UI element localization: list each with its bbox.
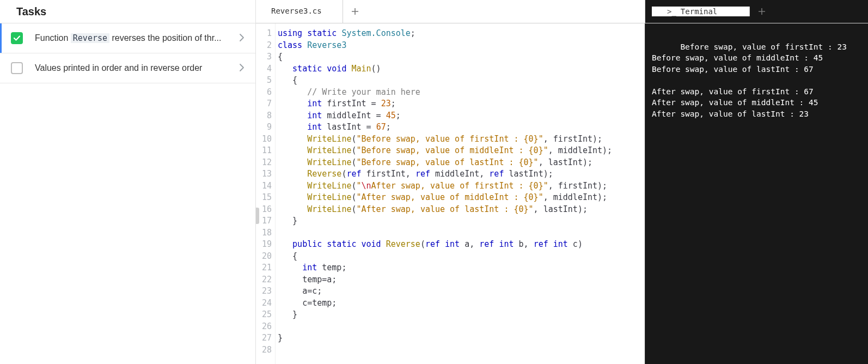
code-line: WriteLine("After swap, value of lastInt … [278,204,645,216]
code-line: Reverse(ref firstInt, ref middleInt, ref… [278,168,645,180]
checkbox-checked-icon[interactable] [11,32,23,44]
line-number: 24 [256,298,272,310]
code-line: int lastInt = 67; [278,122,645,134]
editor-tab-label: Reverse3.cs [271,5,322,17]
tasks-panel: Tasks Function Reverse reverses the posi… [0,0,256,364]
add-editor-tab-button[interactable] [343,0,367,23]
line-number: 11 [256,145,272,157]
line-number: 21 [256,262,272,274]
code-line: // Write your main here [278,87,645,99]
line-number: 15 [256,192,272,204]
line-number: 9 [256,122,272,134]
code-line: WriteLine("Before swap, value of middleI… [278,145,645,157]
code-line: { [278,251,645,263]
line-number: 7 [256,98,272,110]
line-number: 10 [256,134,272,145]
task-label: Function Reverse reverses the position o… [35,33,234,43]
tasks-list: Function Reverse reverses the position o… [0,23,255,83]
plus-icon [758,8,766,15]
task-label: Values printed in order and in reverse o… [35,63,234,73]
task-item[interactable]: Values printed in order and in reverse o… [0,53,255,83]
tasks-header: Tasks [0,0,255,23]
line-number: 14 [256,180,272,192]
tasks-title: Tasks [16,5,46,18]
line-number: 6 [256,87,272,99]
line-number: 4 [256,63,272,75]
line-number: 2 [256,40,272,52]
task-item[interactable]: Function Reverse reverses the position o… [0,23,255,53]
tab-strip: Reverse3.cs >_ Terminal [256,0,868,23]
line-number: 20 [256,251,272,263]
code-line: class Reverse3 [278,40,645,52]
resize-handle[interactable] [256,208,259,224]
add-terminal-tab-button[interactable] [750,7,774,16]
line-number-gutter: 1234567891011121314151617181920212223242… [256,23,276,364]
checkbox-unchecked-icon[interactable] [11,62,23,74]
code-line [278,227,645,239]
terminal-tab-label: Terminal [681,6,717,17]
code-line: } [278,332,645,344]
code-line: using static System.Console; [278,28,645,40]
code-line: } [278,215,645,227]
code-line: WriteLine("Before swap, value of lastInt… [278,157,645,169]
editor-tab[interactable]: Reverse3.cs [256,0,343,23]
line-number: 22 [256,274,272,286]
code-line: int firstInt = 23; [278,98,645,110]
code-line: public static void Reverse(ref int a, re… [278,239,645,251]
line-number: 8 [256,110,272,122]
chevron-right-icon [239,33,244,44]
code-line: WriteLine("After swap, value of middleIn… [278,192,645,204]
code-line: int temp; [278,262,645,274]
line-number: 3 [256,51,272,63]
line-number: 23 [256,286,272,298]
code-line: a=c; [278,286,645,298]
terminal-tab-group: >_ Terminal [645,0,868,23]
terminal-output[interactable]: Before swap, value of firstInt : 23 Befo… [645,23,868,364]
line-number: 5 [256,75,272,87]
plus-icon [351,8,359,15]
code-line: WriteLine("\nAfter swap, value of firstI… [278,180,645,192]
line-number: 26 [256,321,272,333]
line-number: 25 [256,309,272,321]
terminal-text: Before swap, value of firstInt : 23 Befo… [652,43,847,118]
code-area[interactable]: using static System.Console;class Revers… [276,23,645,364]
workspace: Reverse3.cs >_ Terminal 1234567891011121… [256,0,868,364]
chevron-right-icon [239,63,244,74]
code-line [278,344,645,356]
code-line: { [278,51,645,63]
editor-tab-group: Reverse3.cs [256,0,645,23]
code-chip: Reverse [71,33,109,43]
content-row: 1234567891011121314151617181920212223242… [256,23,868,364]
code-line [278,321,645,333]
terminal-prompt-icon: >_ [667,6,676,17]
code-line: } [278,309,645,321]
terminal-tab[interactable]: >_ Terminal [652,7,750,16]
line-number: 1 [256,28,272,40]
code-line: temp=a; [278,274,645,286]
code-line: { [278,75,645,87]
code-line: int middleInt = 45; [278,110,645,122]
code-line: static void Main() [278,63,645,75]
line-number: 13 [256,168,272,180]
code-editor[interactable]: 1234567891011121314151617181920212223242… [256,23,645,364]
code-line: WriteLine("Before swap, value of firstIn… [278,134,645,145]
line-number: 18 [256,227,272,239]
line-number: 28 [256,344,272,356]
code-line: c=temp; [278,298,645,310]
line-number: 27 [256,332,272,344]
line-number: 12 [256,157,272,169]
line-number: 19 [256,239,272,251]
